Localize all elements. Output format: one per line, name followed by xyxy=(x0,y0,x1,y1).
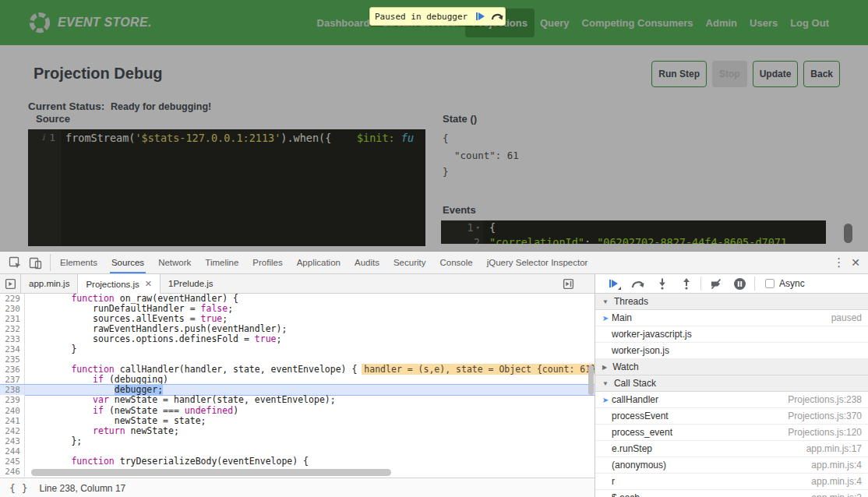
watch-section-header[interactable]: ▶Watch xyxy=(595,359,868,375)
call-stack-frame[interactable]: rapp.min.js:4 xyxy=(595,474,868,490)
threads-section-header[interactable]: ▼Threads xyxy=(595,294,868,310)
nav-item-log-out[interactable]: Log Out xyxy=(790,17,829,29)
device-toolbar-icon[interactable] xyxy=(27,255,43,270)
sidebar-toggle-icon[interactable] xyxy=(563,274,595,293)
events-editor[interactable]: 1▾{2"correlationId": "06202702-8827-44f4… xyxy=(441,220,826,244)
scrollbar-thumb[interactable] xyxy=(844,224,852,243)
step-out-button[interactable] xyxy=(674,274,698,293)
thread-row[interactable]: worker-javascript.js xyxy=(595,326,868,343)
inspect-element-icon[interactable] xyxy=(7,255,23,270)
devtools-menu-icon[interactable]: ⋮ xyxy=(833,256,845,270)
devtools-statusbar: { } Line 238, Column 17 xyxy=(0,478,595,497)
thread-row[interactable]: worker-json.js xyxy=(595,343,868,359)
source-heading: Source xyxy=(36,113,425,125)
code-line-234[interactable]: 234 } xyxy=(0,344,595,354)
back-button[interactable]: Back xyxy=(803,61,840,87)
horizontal-scrollbar[interactable] xyxy=(31,469,391,476)
debugger-toolbar: Async xyxy=(595,274,868,294)
banner-step-over-button[interactable] xyxy=(489,8,505,25)
events-heading: Events xyxy=(443,204,832,216)
step-into-icon xyxy=(658,278,667,290)
devtools-tab-network[interactable]: Network xyxy=(151,252,198,273)
state-heading: State () xyxy=(443,113,832,125)
vertical-scrollbar[interactable] xyxy=(588,365,594,395)
call-stack-frame[interactable]: $.eachapp.min.js:2 xyxy=(595,490,868,497)
devtools-tabbar: ElementsSourcesNetworkTimelineProfilesAp… xyxy=(0,252,868,274)
code-line-242[interactable]: 242 return newState; xyxy=(0,426,595,436)
call-stack-section-header[interactable]: ▼Call Stack xyxy=(595,375,868,392)
source-code-pane[interactable]: 229 function on_raw(eventHandler) {230 r… xyxy=(0,294,595,478)
cursor-position: Line 238, Column 17 xyxy=(39,483,125,494)
action-buttons: Run StepStopUpdateBack xyxy=(651,61,840,87)
pause-on-exceptions-button[interactable] xyxy=(728,274,752,293)
file-tab-projections.js[interactable]: Projections.js✕ xyxy=(77,274,161,294)
code-line-245[interactable]: 245 function tryDeserializeBody(eventEnv… xyxy=(0,456,595,467)
brand[interactable]: EVENT STORE. xyxy=(28,11,152,34)
navigator-toggle-icon[interactable] xyxy=(0,274,21,293)
brand-name: EVENT STORE. xyxy=(58,16,152,30)
source-editor[interactable]: i 1 fromStream('$stats-127.0.0.1:2113').… xyxy=(28,129,425,246)
call-stack-frame[interactable]: ➤callHandlerProjections.js:238 xyxy=(595,392,868,408)
devtools-tab-console[interactable]: Console xyxy=(432,252,479,273)
deactivate-breakpoints-button[interactable] xyxy=(704,274,728,293)
state-json: { "count": 61 } xyxy=(443,130,832,181)
page-title: Projection Debug xyxy=(34,65,163,83)
resume-icon xyxy=(609,280,619,287)
banner-resume-button[interactable] xyxy=(472,8,489,25)
devtools-tabs: ElementsSourcesNetworkTimelineProfilesAp… xyxy=(53,252,595,273)
async-label: Async xyxy=(779,278,805,289)
status-label: Current Status: xyxy=(28,100,104,112)
stop-button[interactable]: Stop xyxy=(712,61,747,87)
devtools-tab-profiles[interactable]: Profiles xyxy=(245,252,289,273)
paused-banner: Paused in debugger xyxy=(369,7,506,26)
call-stack-frame[interactable]: (anonymous)app.min.js:4 xyxy=(595,457,868,474)
nav-item-admin[interactable]: Admin xyxy=(706,17,737,29)
debugger-sidebar: Async ▼Threads➤Mainpausedworker-javascri… xyxy=(595,274,868,497)
browser-page: EVENT STORE. DashboardStream BrowserProj… xyxy=(0,0,868,251)
pretty-print-icon[interactable]: { } xyxy=(9,482,27,494)
status-value: Ready for debugging! xyxy=(111,101,211,112)
info-annotation-icon: i xyxy=(42,132,45,143)
step-over-button[interactable] xyxy=(626,274,650,293)
code-line-233[interactable]: 233 sources.options.definesFold = true; xyxy=(0,334,595,344)
devtools-panel: ElementsSourcesNetworkTimelineProfilesAp… xyxy=(0,251,868,497)
inline-variables-hint: handler = (s,e), state = Object {count: … xyxy=(362,364,595,375)
call-stack-frame[interactable]: process_eventProjections.js:120 xyxy=(595,425,868,441)
event-store-logo-icon xyxy=(28,11,51,34)
close-tab-icon[interactable]: ✕ xyxy=(145,279,152,289)
devtools-tab-security[interactable]: Security xyxy=(386,252,433,273)
async-checkbox[interactable] xyxy=(765,279,774,288)
file-tabbar: app.min.jsProjections.js✕1Prelude.js xyxy=(0,274,595,294)
current-status: Current Status: Ready for debugging! xyxy=(28,100,840,112)
nav-item-dashboard[interactable]: Dashboard xyxy=(317,17,370,29)
source-code-line: fromStream('$stats-127.0.0.1:2113').when… xyxy=(61,132,414,144)
nav-item-users[interactable]: Users xyxy=(750,17,778,29)
file-tab-1prelude.js[interactable]: 1Prelude.js xyxy=(161,274,221,293)
step-over-icon xyxy=(491,12,503,21)
update-button[interactable]: Update xyxy=(753,61,799,87)
run-step-button[interactable]: Run Step xyxy=(651,61,707,87)
deactivate-breakpoints-icon xyxy=(710,278,722,290)
file-tab-app.min.js[interactable]: app.min.js xyxy=(21,274,77,293)
devtools-tab-jquery-selector-inspector[interactable]: jQuery Selector Inspector xyxy=(480,252,595,273)
devtools-tab-elements[interactable]: Elements xyxy=(53,252,104,273)
step-into-button[interactable] xyxy=(650,274,674,293)
thread-row[interactable]: ➤Mainpaused xyxy=(595,310,868,326)
step-out-icon xyxy=(682,278,691,290)
devtools-tab-sources[interactable]: Sources xyxy=(104,252,151,273)
code-line-243[interactable]: 243 }; xyxy=(0,436,595,446)
call-stack-frame[interactable]: processEventProjections.js:370 xyxy=(595,408,868,425)
nav-item-query[interactable]: Query xyxy=(540,17,570,29)
resume-icon xyxy=(476,12,485,20)
devtools-tab-application[interactable]: Application xyxy=(290,252,348,273)
nav-item-competing-consumers[interactable]: Competing Consumers xyxy=(582,17,693,29)
source-gutter: i 1 xyxy=(28,129,61,146)
call-stack-frame[interactable]: e.runStepapp.min.js:17 xyxy=(595,441,868,457)
devtools-tab-audits[interactable]: Audits xyxy=(348,252,386,273)
step-over-icon xyxy=(631,279,644,289)
pause-on-exceptions-icon xyxy=(733,277,746,291)
devtools-tab-timeline[interactable]: Timeline xyxy=(198,252,245,273)
paused-banner-text: Paused in debugger xyxy=(370,8,472,25)
devtools-close-icon[interactable]: ✕ xyxy=(851,256,860,269)
resume-button[interactable] xyxy=(602,274,626,293)
